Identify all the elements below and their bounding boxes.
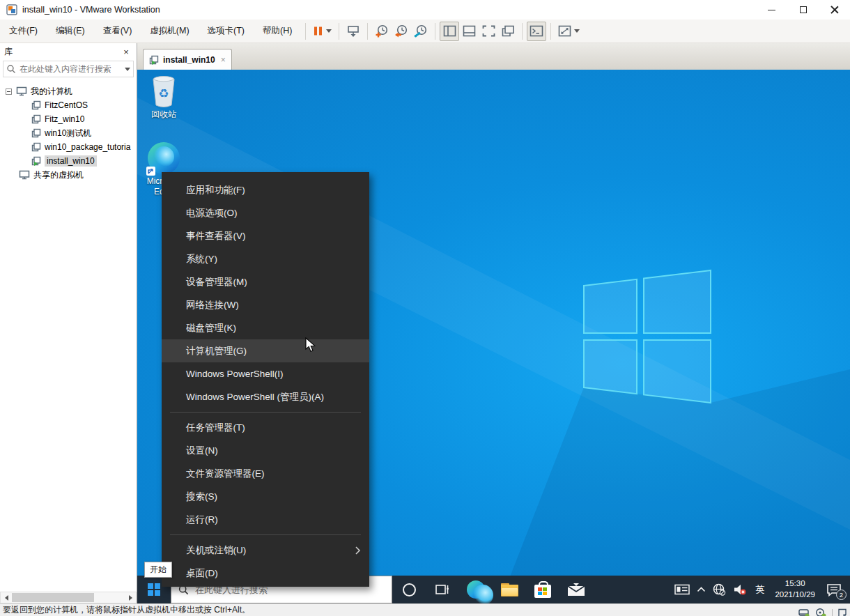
mail-button[interactable] xyxy=(559,576,593,603)
pause-icon xyxy=(313,26,323,36)
notification-badge: 2 xyxy=(836,590,847,600)
pause-dropdown-caret[interactable] xyxy=(326,29,332,33)
menu-tabs[interactable]: 选项卡(T) xyxy=(199,20,254,43)
menu-item-search[interactable]: 搜索(S) xyxy=(162,485,369,508)
vm-console-screen[interactable]: ♻ 回收站 Microsoft Edge 应用和功能(F) 电源选项(O) 事件… xyxy=(137,70,850,603)
library-title: 库 xyxy=(4,46,13,58)
tree-node-vm[interactable]: Fitz_win10 xyxy=(0,112,137,126)
menu-item-power-options[interactable]: 电源选项(O) xyxy=(162,201,369,224)
menu-help[interactable]: 帮助(H) xyxy=(254,20,301,43)
taskbar-clock[interactable]: 15:30 2021/10/29 xyxy=(769,576,821,603)
free-stretch-button[interactable] xyxy=(555,22,582,41)
show-thumbnail-bar-toggle[interactable] xyxy=(459,22,479,41)
menu-item-powershell[interactable]: Windows PowerShell(I) xyxy=(162,362,369,385)
menu-item-network-connections[interactable]: 网络连接(W) xyxy=(162,293,369,316)
cortana-icon xyxy=(403,583,416,596)
mail-icon xyxy=(567,583,585,596)
menu-item-run[interactable]: 运行(R) xyxy=(162,508,369,531)
menu-item-event-viewer[interactable]: 事件查看器(V) xyxy=(162,224,369,247)
pause-vm-button[interactable] xyxy=(310,22,334,41)
volume-button[interactable] xyxy=(729,576,750,603)
tree-node-vm-selected[interactable]: install_win10 xyxy=(0,154,137,168)
maximize-button[interactable] xyxy=(787,0,819,20)
tab-close-icon[interactable]: × xyxy=(221,55,226,65)
file-explorer-icon xyxy=(501,583,518,596)
edge-taskbar-button[interactable] xyxy=(459,576,493,603)
task-view-button[interactable] xyxy=(426,576,459,603)
menu-item-system[interactable]: 系统(Y) xyxy=(162,247,369,270)
scrollbar-thumb[interactable] xyxy=(12,593,94,602)
menu-item-device-manager[interactable]: 设备管理器(M) xyxy=(162,270,369,293)
edge-icon xyxy=(467,580,485,599)
menu-vm[interactable]: 虚拟机(M) xyxy=(141,20,198,43)
tab-label: install_win10 xyxy=(163,55,215,65)
hard-disk-icon[interactable] xyxy=(798,608,810,616)
menu-item-desktop[interactable]: 桌面(D) xyxy=(162,562,369,585)
svg-text:♻: ♻ xyxy=(158,87,169,100)
menu-item-powershell-admin[interactable]: Windows PowerShell (管理员)(A) xyxy=(162,385,369,408)
tab-bar: install_win10 × xyxy=(137,43,850,70)
status-message: 要返回到您的计算机，请将鼠标指针从虚拟机中移出或按 Ctrl+Alt。 xyxy=(3,604,250,616)
snapshot-revert-icon xyxy=(394,24,408,38)
menu-item-shutdown-signout[interactable]: 关机或注销(U) xyxy=(162,539,369,562)
file-explorer-button[interactable] xyxy=(493,576,526,603)
tray-overflow-button[interactable] xyxy=(693,576,709,603)
menu-file[interactable]: 文件(F) xyxy=(0,20,47,43)
fullscreen-button[interactable] xyxy=(479,22,498,41)
cortana-button[interactable] xyxy=(392,576,426,603)
unity-mode-button[interactable] xyxy=(498,22,518,41)
stretch-dropdown-caret[interactable] xyxy=(574,29,580,33)
library-search-box[interactable] xyxy=(3,61,134,77)
vm-name: install_win10 xyxy=(45,155,97,167)
touch-keyboard-button[interactable] xyxy=(671,576,693,603)
tab-install-win10[interactable]: install_win10 × xyxy=(143,49,232,70)
ime-indicator[interactable]: 英 xyxy=(750,576,769,603)
snapshot-manager-icon xyxy=(414,24,428,38)
menu-item-disk-management[interactable]: 磁盘管理(K) xyxy=(162,316,369,339)
menu-item-apps-features[interactable]: 应用和功能(F) xyxy=(162,178,369,201)
search-filter-caret[interactable] xyxy=(125,68,130,71)
snapshot-manager-button[interactable] xyxy=(411,22,431,41)
action-center-button[interactable]: 2 xyxy=(821,576,850,603)
network-globe-offline-icon xyxy=(713,583,726,596)
tree-collapse-icon[interactable] xyxy=(6,88,12,95)
close-button[interactable] xyxy=(819,0,850,20)
menu-edit[interactable]: 编辑(E) xyxy=(47,20,94,43)
minimize-button[interactable] xyxy=(756,0,787,20)
library-search-input[interactable] xyxy=(20,64,122,74)
show-library-toggle[interactable] xyxy=(440,22,459,41)
tree-node-my-computer[interactable]: 我的计算机 xyxy=(0,84,137,98)
menu-item-file-explorer[interactable]: 文件资源管理器(E) xyxy=(162,462,369,485)
network-status-button[interactable] xyxy=(709,576,729,603)
library-horizontal-scrollbar[interactable] xyxy=(0,592,137,603)
send-ctrl-alt-del-button[interactable] xyxy=(343,22,363,41)
desktop-icon-label: 回收站 xyxy=(151,109,176,120)
submenu-arrow-icon xyxy=(355,546,361,555)
tree-node-shared-vms[interactable]: 共享的虚拟机 xyxy=(0,168,137,182)
console-view-button[interactable] xyxy=(527,22,546,41)
scroll-left-icon[interactable] xyxy=(1,592,12,603)
tree-node-vm[interactable]: FitzCentOS xyxy=(0,98,137,112)
scroll-right-icon[interactable] xyxy=(125,592,136,603)
shared-vms-icon xyxy=(19,170,30,180)
menu-item-task-manager[interactable]: 任务管理器(T) xyxy=(162,416,369,439)
cd-rom-icon[interactable] xyxy=(815,608,827,616)
revert-snapshot-button[interactable] xyxy=(392,22,411,41)
search-icon xyxy=(6,64,16,74)
device-status-icons xyxy=(798,608,847,616)
vm-running-icon xyxy=(31,156,41,166)
library-close-icon[interactable]: × xyxy=(120,47,132,57)
window-title: install_win10 - VMware Workstation xyxy=(22,5,160,15)
desktop-icon-recycle-bin[interactable]: ♻ 回收站 xyxy=(141,75,187,120)
menu-view[interactable]: 查看(V) xyxy=(94,20,141,43)
take-snapshot-button[interactable] xyxy=(372,22,392,41)
store-button[interactable] xyxy=(526,576,559,603)
vm-icon xyxy=(31,100,41,110)
message-log-icon[interactable] xyxy=(837,608,847,616)
menu-item-settings[interactable]: 设置(N) xyxy=(162,439,369,462)
recycle-bin-icon: ♻ xyxy=(149,75,178,107)
vm-icon xyxy=(31,128,41,138)
tree-node-vm[interactable]: win10_package_tutoria xyxy=(0,140,137,154)
tree-node-vm[interactable]: win10测试机 xyxy=(0,126,137,140)
menu-item-computer-management[interactable]: 计算机管理(G) xyxy=(162,339,369,362)
